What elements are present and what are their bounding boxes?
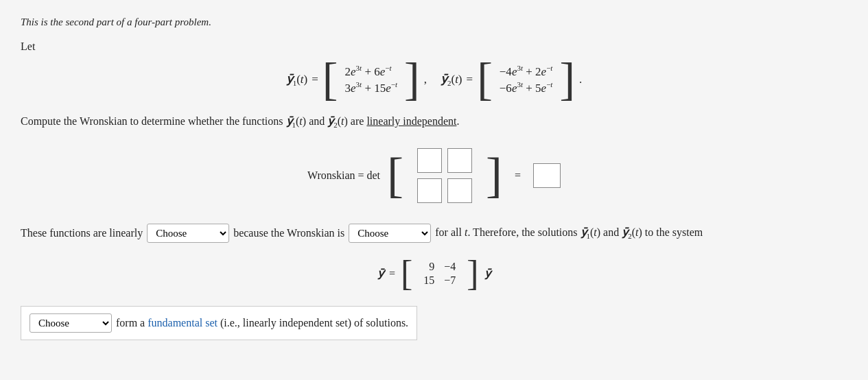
sys-11: 9 <box>423 261 434 273</box>
wronskian-equals: = <box>515 169 521 182</box>
det-matrix <box>410 144 479 207</box>
choose-wronskian-select[interactable]: Choose zero nonzero constant <box>349 224 431 243</box>
y2-equals: = <box>467 73 473 86</box>
wronskian-label: Wronskian = det <box>307 169 380 182</box>
sys-12: −4 <box>444 261 456 273</box>
fundamental-wrap: Choose do do not form a fundamental set … <box>21 306 847 340</box>
linear-suffix: for all t. Therefore, the solutions ȳ1(t… <box>435 226 703 240</box>
sys-right-bracket: ] <box>467 259 478 289</box>
sys-matrix: 9 −4 15 −7 <box>418 258 461 289</box>
choose-linear-select[interactable]: Choose dependent independent <box>147 224 229 243</box>
compute-text: Compute the Wronskian to determine wheth… <box>21 115 847 129</box>
y2-row2: −6e3t + 5e−t <box>500 80 553 95</box>
choose-fundamental-select[interactable]: Choose do do not <box>30 313 112 333</box>
linear-middle: because the Wronskian is <box>233 227 344 239</box>
y1-row1: 2e3t + 6e−t <box>345 64 392 79</box>
sys-vec: ȳ <box>484 267 491 280</box>
linear-prefix: These functions are linearly <box>21 227 143 239</box>
det-box-12[interactable] <box>447 148 472 173</box>
sys-left-bracket: [ <box>401 259 412 289</box>
y1-left-bracket: [ <box>322 60 338 99</box>
det-left-bracket: [ <box>387 154 403 196</box>
period1: . <box>579 73 582 86</box>
wronskian-row: Wronskian = det [ ] = <box>21 144 847 207</box>
y1-definition: ȳ1(t) = [ 2e3t + 6e−t 3e3t + 15e−t ] , <box>286 60 427 99</box>
fundamental-suffix: form a fundamental set (i.e., linearly i… <box>116 317 408 329</box>
fundamental-row: Choose do do not form a fundamental set … <box>21 306 417 340</box>
y1-equals: = <box>312 73 318 86</box>
y2-name: ȳ2(t) <box>441 72 462 87</box>
y2-left-bracket: [ <box>477 60 493 99</box>
y2-row1: −4e3t + 2e−t <box>500 64 553 79</box>
det-box-22[interactable] <box>447 178 472 203</box>
vectors-definition: ȳ1(t) = [ 2e3t + 6e−t 3e3t + 15e−t ] , ȳ… <box>21 60 847 99</box>
y1-right-bracket: ] <box>404 60 420 99</box>
det-box-11[interactable] <box>417 148 442 173</box>
y2-definition: ȳ2(t) = [ −4e3t + 2e−t −6e3t + 5e−t ] . <box>441 60 582 99</box>
sys-22: −7 <box>444 274 456 287</box>
y1-name: ȳ1(t) <box>286 72 308 87</box>
y1-row2: 3e3t + 15e−t <box>345 80 398 95</box>
wronskian-result-box[interactable] <box>533 163 561 188</box>
let-label: Let <box>21 40 847 53</box>
det-right-bracket: ] <box>486 154 502 196</box>
intro-text: This is the second part of a four-part p… <box>21 16 847 28</box>
sys-21: 15 <box>423 274 434 287</box>
linear-independence-row: These functions are linearly Choose depe… <box>21 224 847 243</box>
yprime-label: ȳ′ = <box>377 267 395 280</box>
y2-right-bracket: ] <box>559 60 575 99</box>
comma1: , <box>424 73 427 86</box>
system-equation-row: ȳ′ = [ 9 −4 15 −7 ] ȳ <box>21 258 847 289</box>
det-box-21[interactable] <box>417 178 442 203</box>
